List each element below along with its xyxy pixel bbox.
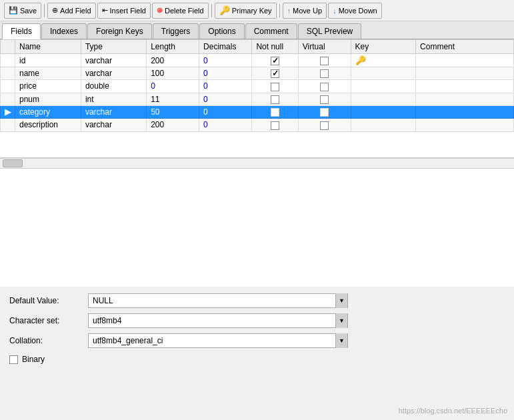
cell-virtual[interactable] (298, 80, 351, 93)
table-row[interactable]: namevarchar1000 (1, 67, 514, 80)
cell-virtual[interactable] (298, 105, 351, 118)
tab-triggers[interactable]: Triggers (153, 23, 199, 39)
cell-notnull[interactable] (252, 105, 298, 118)
fields-table-wrapper[interactable]: Name Type Length Decimals Not null Virtu… (0, 39, 514, 158)
cell-key[interactable] (351, 119, 416, 131)
table-row[interactable]: pnumint110 (1, 93, 514, 105)
virtual-checkbox[interactable] (320, 83, 329, 91)
cell-decimals[interactable]: 0 (199, 54, 252, 67)
notnull-checkbox[interactable] (271, 57, 279, 65)
cell-name[interactable]: description (15, 119, 81, 131)
default-value-dropdown-arrow[interactable]: ▼ (335, 293, 347, 308)
charset-dropdown-arrow[interactable]: ▼ (335, 313, 347, 328)
notnull-checkbox[interactable] (271, 95, 279, 104)
toolbar: 💾 Save ⊕ Add Field ⇤ Insert Field ⊗ Dele… (0, 0, 514, 21)
virtual-checkbox[interactable] (320, 121, 329, 130)
delete-field-button[interactable]: ⊗ Delete Field (152, 3, 209, 19)
toolbar-separator (44, 4, 45, 17)
cell-name[interactable]: name (15, 67, 81, 80)
cell-notnull[interactable] (252, 93, 298, 105)
cell-notnull[interactable] (252, 54, 298, 67)
notnull-checkbox[interactable] (271, 121, 279, 130)
charset-label: Character set: (9, 316, 83, 325)
cell-decimals[interactable]: 0 (199, 67, 252, 80)
table-row[interactable]: descriptionvarchar2000 (1, 119, 514, 131)
cell-comment[interactable] (416, 105, 514, 118)
cell-type[interactable]: varchar (81, 105, 146, 118)
insert-field-button[interactable]: ⇤ Insert Field (97, 3, 151, 19)
col-header-length: Length (147, 40, 199, 54)
cell-type[interactable]: int (81, 93, 146, 105)
row-indicator (1, 119, 15, 131)
table-row[interactable]: pricedouble00 (1, 80, 514, 93)
cell-name[interactable]: category (15, 105, 81, 118)
notnull-checkbox[interactable] (271, 108, 279, 117)
cell-comment[interactable] (416, 93, 514, 105)
cell-type[interactable]: varchar (81, 119, 146, 131)
cell-length[interactable]: 11 (147, 93, 199, 105)
notnull-checkbox[interactable] (271, 83, 279, 91)
cell-virtual[interactable] (298, 119, 351, 131)
cell-key[interactable] (351, 67, 416, 80)
default-value-select-value: NULL (89, 293, 335, 308)
horizontal-scrollbar[interactable] (0, 158, 514, 169)
cell-virtual[interactable] (298, 93, 351, 105)
cell-key[interactable] (351, 105, 416, 118)
cell-name[interactable]: price (15, 80, 81, 93)
scrollbar-thumb[interactable] (3, 159, 23, 167)
cell-key[interactable] (351, 80, 416, 93)
cell-decimals[interactable]: 0 (199, 93, 252, 105)
delete-field-icon: ⊗ (157, 6, 163, 15)
toolbar-separator-2 (211, 4, 212, 17)
virtual-checkbox[interactable] (320, 57, 329, 65)
cell-decimals[interactable]: 0 (199, 80, 252, 93)
virtual-checkbox[interactable] (320, 108, 329, 117)
save-button[interactable]: 💾 Save (4, 3, 41, 19)
tab-sql-preview[interactable]: SQL Preview (298, 23, 362, 39)
cell-length[interactable]: 100 (147, 67, 199, 80)
cell-virtual[interactable] (298, 67, 351, 80)
cell-type[interactable]: varchar (81, 54, 146, 67)
tab-comment[interactable]: Comment (245, 23, 297, 39)
notnull-checkbox[interactable] (271, 69, 279, 78)
cell-length[interactable]: 50 (147, 105, 199, 118)
tab-foreign-keys[interactable]: Foreign Keys (87, 23, 152, 39)
binary-checkbox[interactable] (9, 355, 18, 364)
move-down-button[interactable]: ↓ Move Down (328, 3, 382, 19)
save-icon: 💾 (9, 6, 18, 15)
col-indicator (1, 40, 15, 54)
tab-fields[interactable]: Fields (2, 23, 41, 39)
cell-length[interactable]: 0 (147, 80, 199, 93)
default-value-select[interactable]: NULL ▼ (88, 293, 348, 308)
virtual-checkbox[interactable] (320, 69, 329, 78)
tab-indexes[interactable]: Indexes (41, 23, 87, 39)
tab-options[interactable]: Options (199, 23, 244, 39)
cell-type[interactable]: double (81, 80, 146, 93)
cell-notnull[interactable] (252, 119, 298, 131)
cell-key[interactable]: 🔑 (351, 54, 416, 67)
cell-name[interactable]: pnum (15, 93, 81, 105)
cell-comment[interactable] (416, 80, 514, 93)
move-up-button[interactable]: ↑ Move Up (283, 3, 327, 19)
table-row[interactable]: idvarchar2000🔑 (1, 54, 514, 67)
cell-virtual[interactable] (298, 54, 351, 67)
cell-comment[interactable] (416, 119, 514, 131)
primary-key-button[interactable]: 🔑 Primary Key (215, 3, 277, 19)
cell-decimals[interactable]: 0 (199, 105, 252, 118)
collation-select[interactable]: utf8mb4_general_ci ▼ (88, 333, 348, 348)
cell-type[interactable]: varchar (81, 67, 146, 80)
cell-name[interactable]: id (15, 54, 81, 67)
virtual-checkbox[interactable] (320, 95, 329, 104)
cell-notnull[interactable] (252, 67, 298, 80)
cell-comment[interactable] (416, 67, 514, 80)
table-row[interactable]: ▶categoryvarchar500 (1, 105, 514, 118)
add-field-button[interactable]: ⊕ Add Field (47, 3, 95, 19)
cell-length[interactable]: 200 (147, 119, 199, 131)
cell-length[interactable]: 200 (147, 54, 199, 67)
collation-dropdown-arrow[interactable]: ▼ (335, 333, 347, 348)
cell-key[interactable] (351, 93, 416, 105)
cell-notnull[interactable] (252, 80, 298, 93)
cell-decimals[interactable]: 0 (199, 119, 252, 131)
charset-select[interactable]: utf8mb4 ▼ (88, 313, 348, 328)
cell-comment[interactable] (416, 54, 514, 67)
